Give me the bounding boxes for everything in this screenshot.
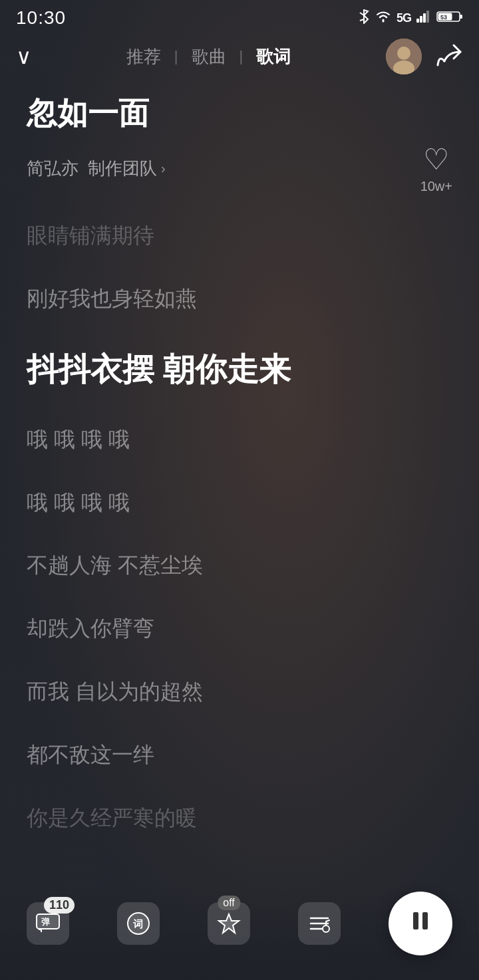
nav-bar: ∨ 推荐 | 歌曲 | 歌词 (0, 33, 479, 80)
bottom-toolbar: 110 弹 词 off (0, 887, 479, 980)
avatar-image (386, 39, 422, 74)
svg-point-9 (397, 47, 410, 60)
pause-button[interactable] (389, 892, 452, 955)
off-badge: off (218, 896, 240, 910)
artist-arrow: › (161, 161, 166, 176)
status-bar: 10:30 5G (0, 0, 479, 33)
like-icon: ♡ (423, 142, 449, 176)
danmu-badge: 110 (44, 897, 75, 914)
lyric-line[interactable]: 都不敌这一绊 (27, 740, 452, 770)
lyrics-word-icon: 词 (117, 902, 160, 945)
playlist-button[interactable] (298, 902, 341, 945)
lyric-line[interactable]: 刚好我也身轻如燕 (27, 284, 452, 314)
svg-text:53: 53 (440, 14, 447, 21)
artist-name: 简弘亦 (27, 157, 79, 180)
battery-icon: 53 (436, 10, 463, 27)
svg-rect-2 (423, 13, 426, 23)
svg-rect-22 (413, 912, 418, 929)
signal-icon (416, 11, 431, 26)
song-title: 忽如一面 (27, 93, 452, 134)
lyric-line[interactable]: 眼睛铺满期待 (27, 221, 452, 251)
lyric-line[interactable]: 而我 自以为的超然 (27, 677, 452, 707)
status-icons: 5G 53 (358, 9, 463, 27)
lyric-line[interactable]: 却跌入你臂弯 (27, 614, 452, 644)
svg-point-19 (323, 925, 329, 932)
song-artist[interactable]: 简弘亦 制作团队 › (27, 157, 166, 180)
svg-rect-23 (422, 912, 428, 929)
tab-song[interactable]: 歌曲 (192, 45, 226, 68)
song-info: 忽如一面 简弘亦 制作团队 › ♡ 10w+ (0, 80, 479, 201)
avatar[interactable] (386, 39, 422, 74)
lyric-line[interactable]: 哦 哦 哦 哦 (27, 488, 452, 518)
pause-icon (408, 909, 432, 939)
lyrics-word-button[interactable]: 词 (117, 902, 160, 945)
like-count: 10w+ (420, 179, 452, 194)
lyric-line[interactable]: 哦 哦 哦 哦 (27, 425, 452, 455)
svg-rect-5 (460, 15, 462, 19)
wifi-icon (375, 11, 391, 26)
svg-marker-15 (219, 914, 239, 933)
artist-suffix: 制作团队 (88, 157, 157, 180)
svg-rect-0 (416, 19, 419, 23)
playlist-icon (298, 902, 341, 945)
lyric-line[interactable]: 不趟人海 不惹尘埃 (27, 551, 452, 580)
status-time: 10:30 (16, 7, 66, 29)
song-meta: 简弘亦 制作团队 › ♡ 10w+ (27, 142, 452, 194)
svg-text:词: 词 (133, 918, 143, 929)
like-button[interactable]: ♡ 10w+ (420, 142, 452, 194)
nav-actions (386, 39, 463, 74)
nav-tabs: 推荐 | 歌曲 | 歌词 (126, 45, 291, 68)
lyric-line-active[interactable]: 抖抖衣摆 朝你走来 (27, 347, 452, 392)
svg-line-21 (326, 920, 329, 921)
svg-rect-1 (420, 16, 422, 23)
5g-icon: 5G (397, 11, 411, 25)
tab-separator-2: | (240, 48, 243, 65)
favorite-button[interactable]: off (208, 902, 250, 945)
back-button[interactable]: ∨ (16, 44, 31, 69)
lyrics-container: 眼睛铺满期待 刚好我也身轻如燕 抖抖衣摆 朝你走来 哦 哦 哦 哦 哦 哦 哦 … (0, 201, 479, 935)
share-button[interactable] (435, 40, 463, 74)
svg-text:弹: 弹 (41, 917, 51, 927)
lyric-line[interactable]: 你是久经严寒的暖 (27, 803, 452, 833)
tab-separator-1: | (174, 48, 178, 65)
bluetooth-icon (358, 9, 370, 27)
danmu-button[interactable]: 110 弹 (27, 902, 69, 945)
tab-lyrics[interactable]: 歌词 (256, 45, 291, 68)
svg-rect-3 (426, 11, 429, 23)
tab-recommend[interactable]: 推荐 (126, 45, 161, 68)
